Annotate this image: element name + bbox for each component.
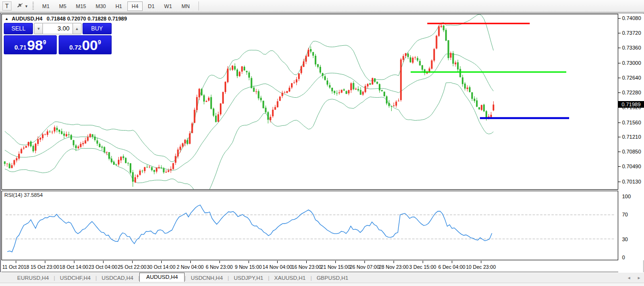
price-axis-tick	[618, 18, 621, 19]
chart-tab-usdjpy-h1[interactable]: USDJPY,H1	[229, 274, 268, 282]
timeframe-button-m30[interactable]: M30	[92, 1, 110, 11]
chart-tab-bar: EURUSD,H4|USDCHF,H4|USDCAD,H4|AUDUSD,H4|…	[0, 273, 644, 283]
volume-input[interactable]: 3.00	[43, 23, 72, 34]
sell-price-display[interactable]: 0.71 98 9	[4, 35, 57, 54]
timeframe-button-h4[interactable]: H4	[127, 1, 143, 11]
rsi-axis-label: 70	[622, 212, 628, 217]
chart-ohlc-header: ▲ AUDUSD,H4 0.71848 0.72070 0.71828 0.71…	[5, 16, 127, 21]
price-axis-tick	[618, 123, 621, 123]
text-label-tool-icon[interactable]: T	[2, 1, 11, 10]
price-axis-label: 0.70850	[622, 149, 641, 154]
price-axis-tick	[618, 48, 621, 48]
chart-tab-usdcad-h4[interactable]: USDCAD,H4	[97, 274, 138, 282]
date-axis-tick	[132, 261, 133, 263]
date-axis-label: 11 Oct 2018	[2, 264, 29, 270]
price-axis-tick	[618, 152, 621, 152]
timeframe-button-m15[interactable]: M15	[72, 1, 90, 11]
toolbar-separator	[198, 1, 199, 10]
date-axis-label: 30 Oct 14:00	[147, 264, 176, 270]
price-axis-label: 0.73360	[622, 45, 641, 51]
rsi-axis-label: 30	[622, 236, 628, 242]
buy-button[interactable]: BUY	[83, 23, 112, 34]
price-axis-tick	[618, 33, 621, 33]
date-axis-tick	[306, 261, 307, 263]
timeframe-button-mn[interactable]: MN	[177, 1, 194, 11]
price-axis-label: 0.74080	[622, 15, 641, 21]
chart-tab-audusd-h4[interactable]: AUDUSD,H4	[139, 273, 184, 282]
price-axis-tick	[618, 166, 621, 167]
timeframe-button-d1[interactable]: D1	[144, 1, 159, 11]
price-axis-label: 0.72640	[622, 75, 641, 81]
status-bar	[0, 283, 644, 286]
sell-price-prefix: 0.71	[14, 44, 26, 51]
volume-decrease-button[interactable]: ▼	[34, 23, 43, 34]
chart-tab-xauusd-h1[interactable]: XAUUSD,H1	[270, 274, 311, 282]
timeframe-button-m1[interactable]: M1	[38, 1, 54, 11]
symbol-label: AUDUSD,H4	[12, 16, 42, 21]
collapse-trade-panel-icon[interactable]: ▲	[5, 17, 9, 21]
current-price-tag: 0.71989	[618, 101, 644, 108]
date-axis-label: 18 Oct 14:00	[60, 264, 88, 270]
chart-tab-eurusd-h4[interactable]: EURUSD,H4	[12, 274, 53, 282]
date-axis-tick	[16, 261, 16, 263]
date-axis-label: 23 Oct 04:00	[89, 264, 117, 270]
sell-price-big: 98	[27, 38, 43, 52]
date-axis-tick	[219, 261, 220, 263]
sell-button[interactable]: SELL	[4, 23, 33, 34]
rsi-axis-label: 0	[622, 255, 625, 260]
window-left-border	[0, 13, 1, 272]
cursor-arrows-icon	[16, 2, 24, 10]
price-axis-label: 0.70130	[622, 179, 641, 184]
price-axis-tick	[618, 137, 621, 137]
one-click-trading-panel: SELL ▼ 3.00 ▲ BUY 0.71 98 9 0.72 00 9	[4, 23, 112, 54]
date-axis-tick	[394, 261, 394, 263]
price-axis-label: 0.70490	[622, 163, 641, 169]
price-axis-tick	[618, 63, 621, 63]
date-axis-tick	[74, 261, 74, 263]
volume-increase-button[interactable]: ▲	[73, 23, 82, 34]
date-axis-tick	[277, 261, 278, 263]
chart-tab-usdchf-h4[interactable]: USDCHF,H4	[55, 274, 95, 282]
price-axis-label: 0.71210	[622, 134, 641, 140]
buy-price-big: 00	[82, 38, 98, 52]
date-axis: 11 Oct 201815 Oct 23:0018 Oct 14:0023 Oc…	[1, 261, 618, 272]
date-axis-label: 15 Oct 23:00	[31, 264, 59, 270]
tab-scroll-right-icon[interactable]: ▸	[634, 275, 644, 280]
timeframe-button-h1[interactable]: H1	[111, 1, 126, 11]
timeframe-button-m5[interactable]: M5	[55, 1, 71, 11]
toolbar-grip	[32, 2, 34, 10]
rsi-line	[7, 205, 492, 252]
date-axis-tick	[103, 261, 104, 263]
rsi-chart[interactable]	[1, 191, 618, 260]
date-axis-tick	[423, 261, 423, 263]
ohlc-values: 0.71848 0.72070 0.71828 0.71989	[47, 16, 127, 21]
buy-price-display[interactable]: 0.72 00 9	[59, 35, 112, 54]
rsi-indicator-label: RSI(14) 37.5854	[4, 192, 43, 198]
price-axis: 0.740800.737200.733600.730000.726400.722…	[618, 14, 644, 260]
price-axis-tick	[618, 92, 621, 93]
tab-scroll-left-icon[interactable]: ◂	[624, 275, 634, 280]
buy-price-prefix: 0.72	[69, 44, 81, 51]
cursor-tool-button[interactable]: ▾	[16, 2, 28, 10]
chart-tab-gbpusd-h1[interactable]: GBPUSD,H1	[312, 274, 353, 282]
date-axis-label: 14 Nov 04:00	[262, 264, 292, 270]
date-axis-tick	[161, 261, 162, 263]
date-axis-tick	[249, 261, 249, 263]
date-axis-tick	[335, 261, 336, 263]
price-axis-label: 0.73000	[622, 60, 641, 66]
price-axis-label: 0.71560	[622, 120, 641, 125]
chart-tab-usdcnh-h4[interactable]: USDCNH,H4	[186, 274, 228, 282]
timeframe-button-w1[interactable]: W1	[160, 1, 177, 11]
price-axis-label: 0.73720	[622, 30, 641, 36]
date-axis-tick	[45, 261, 45, 263]
date-axis-tick	[190, 261, 191, 263]
chevron-down-icon: ▾	[25, 4, 28, 9]
window-top-border	[0, 13, 644, 13]
date-axis-label: 6 Nov 23:00	[206, 264, 233, 270]
rsi-axis-label: 100	[622, 194, 631, 199]
date-axis-label: 25 Oct 22:00	[118, 264, 146, 270]
date-axis-label: 16 Nov 23:00	[291, 264, 321, 270]
top-toolbar: T ▾ M1M5M15M30H1H4D1W1MN	[0, 0, 644, 12]
buy-price-pip: 9	[98, 39, 101, 46]
price-axis-label: 0.72280	[622, 90, 641, 95]
